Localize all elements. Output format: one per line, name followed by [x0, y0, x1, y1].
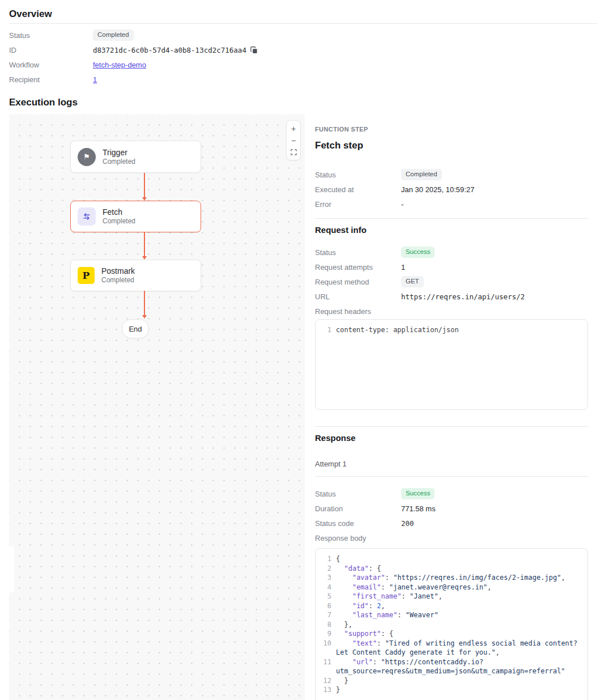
error-value: - [401, 200, 403, 209]
row-step-status: Status Completed [315, 167, 588, 182]
transaction-id: d83721dc-6c0b-57d4-a0b8-13cd2c716aa4 [93, 46, 246, 54]
node-trigger[interactable]: ⚑ Trigger Completed [70, 141, 201, 173]
request-attempts-value: 1 [401, 263, 405, 271]
row-request-attempts: Request attempts 1 [315, 260, 588, 274]
row-request-url: URL https://reqres.in/api/users/2 [315, 289, 588, 304]
step-meta-rows: Status Completed Executed at Jan 30 2025… [315, 167, 588, 211]
request-headers-code-block[interactable]: 1content-type: application/json [315, 319, 588, 410]
node-title: Fetch [103, 207, 135, 217]
edge-fetch-postmark [144, 232, 145, 257]
node-fetch[interactable]: Fetch Completed [70, 201, 201, 232]
main-split: + − ⚑ Trigger Completed [0, 114, 609, 700]
row-duration: Duration 771.58 ms [315, 501, 588, 516]
duration-value: 771.58 ms [401, 504, 436, 513]
canvas-controls: + − [286, 120, 301, 160]
execution-detail-page: Overview Status Completed ID d83721dc-6c… [0, 0, 609, 700]
workflow-canvas[interactable]: + − ⚑ Trigger Completed [9, 114, 305, 700]
overview-section: Overview Status Completed ID d83721dc-6c… [0, 0, 609, 108]
node-status: Completed [103, 217, 135, 226]
step-title: Fetch step [315, 141, 588, 151]
row-request-status: Status Success [315, 245, 588, 260]
overview-row-id: ID d83721dc-6c0b-57d4-a0b8-13cd2c716aa4 [9, 43, 597, 57]
overview-row-status: Status Completed [9, 28, 597, 43]
response-body-code-block[interactable]: 1{2 "data": {3 "avatar": "https://reqres… [315, 548, 588, 700]
workflow-label: Workflow [9, 61, 93, 69]
zoom-out-button[interactable]: − [288, 134, 299, 146]
copy-icon [250, 46, 258, 54]
overview-row-recipient: Recipient 1 [9, 72, 597, 87]
response-status-badge: Success [401, 488, 435, 499]
status-code-value: 200 [401, 519, 414, 528]
workflow-link[interactable]: fetch-step-demo [93, 61, 146, 69]
edge-trigger-fetch [144, 173, 145, 198]
divider [315, 218, 588, 219]
status-label: Status [9, 31, 93, 40]
edge-postmark-end [144, 291, 145, 316]
row-executed-at: Executed at Jan 30 2025, 10:59:27 [315, 182, 588, 197]
overview-rows: Status Completed ID d83721dc-6c0b-57d4-a… [9, 24, 597, 87]
response-rows: Status Success Duration 771.58 ms Status… [315, 486, 588, 545]
zoom-in-button[interactable]: + [288, 122, 299, 134]
request-info-title: Request info [315, 226, 588, 235]
request-info-rows: Status Success Request attempts 1 Reques… [315, 245, 588, 319]
executed-at-value: Jan 30 2025, 10:59:27 [401, 185, 474, 194]
node-status: Completed [103, 158, 135, 166]
status-badge: Completed [93, 29, 134, 41]
node-postmark[interactable]: P Postmark Completed [70, 260, 201, 291]
request-method-badge: GET [401, 276, 424, 287]
row-response-status: Status Success [315, 486, 588, 501]
recipient-link[interactable]: 1 [93, 75, 97, 84]
postmark-logo-icon: P [78, 267, 95, 284]
id-label: ID [9, 46, 93, 54]
canvas-edge-patch [9, 546, 14, 592]
request-url-value: https://reqres.in/api/users/2 [401, 292, 525, 301]
execution-logs-title: Execution logs [9, 97, 597, 108]
row-request-method: Request method GET [315, 274, 588, 289]
step-detail-panel: FUNCTION STEP Fetch step Status Complete… [315, 114, 588, 700]
node-end[interactable]: End [122, 319, 149, 338]
attempt-label: Attempt 1 [315, 460, 588, 477]
swap-arrows-icon [78, 207, 96, 226]
divider [315, 426, 588, 427]
node-title: Postmark [101, 266, 135, 276]
request-status-badge: Success [401, 247, 435, 258]
row-error: Error - [315, 197, 588, 211]
fit-view-icon [291, 149, 297, 155]
node-status: Completed [101, 276, 135, 285]
row-response-body: Response body [315, 531, 588, 545]
step-type-kicker: FUNCTION STEP [315, 126, 588, 133]
flag-icon: ⚑ [78, 148, 96, 166]
recipient-label: Recipient [9, 75, 93, 84]
step-status-badge: Completed [401, 169, 442, 180]
overview-row-workflow: Workflow fetch-step-demo [9, 57, 597, 72]
overview-title: Overview [9, 9, 597, 19]
response-title: Response [315, 434, 588, 443]
row-status-code: Status code 200 [315, 516, 588, 531]
node-title: Trigger [103, 148, 135, 158]
fit-view-button[interactable] [288, 146, 299, 158]
row-request-headers: Request headers [315, 304, 588, 319]
copy-id-button[interactable] [250, 45, 259, 54]
